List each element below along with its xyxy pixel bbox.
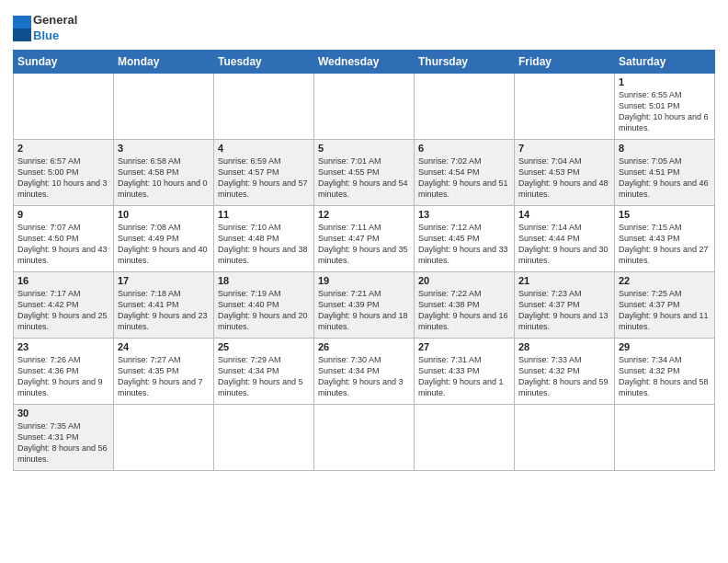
day-number: 18 (218, 275, 310, 286)
day-info: Sunrise: 7:01 AM Sunset: 4:55 PM Dayligh… (318, 155, 410, 201)
day-number: 16 (17, 275, 109, 286)
day-info: Sunrise: 7:31 AM Sunset: 4:33 PM Dayligh… (418, 354, 510, 399)
calendar-cell-6-1: 30Sunrise: 7:35 AM Sunset: 4:31 PM Dayli… (14, 404, 114, 470)
calendar-week-1: 1Sunrise: 6:55 AM Sunset: 5:01 PM Daylig… (14, 73, 715, 139)
col-header-tuesday: Tuesday (214, 50, 314, 73)
day-number: 4 (218, 143, 310, 154)
logo: General Blue (13, 13, 77, 44)
logo-general: General (33, 13, 77, 29)
calendar-cell-1-6 (515, 73, 615, 139)
day-number: 5 (318, 143, 410, 154)
day-number: 25 (218, 341, 310, 352)
day-number: 2 (17, 143, 109, 154)
day-number: 12 (318, 209, 410, 220)
calendar-cell-3-3: 11Sunrise: 7:10 AM Sunset: 4:48 PM Dayli… (214, 205, 314, 271)
day-number: 6 (418, 143, 510, 154)
day-info: Sunrise: 7:33 AM Sunset: 4:32 PM Dayligh… (518, 354, 610, 399)
calendar-cell-5-2: 24Sunrise: 7:27 AM Sunset: 4:35 PM Dayli… (114, 338, 214, 404)
calendar-week-6: 30Sunrise: 7:35 AM Sunset: 4:31 PM Dayli… (14, 404, 715, 470)
calendar-cell-2-7: 8Sunrise: 7:05 AM Sunset: 4:51 PM Daylig… (615, 139, 715, 205)
day-number: 14 (518, 209, 610, 220)
col-header-thursday: Thursday (415, 50, 515, 73)
calendar-cell-4-6: 21Sunrise: 7:23 AM Sunset: 4:37 PM Dayli… (515, 271, 615, 338)
day-info: Sunrise: 7:02 AM Sunset: 4:54 PM Dayligh… (418, 155, 510, 201)
day-number: 13 (418, 209, 510, 220)
calendar-cell-3-7: 15Sunrise: 7:15 AM Sunset: 4:43 PM Dayli… (615, 205, 715, 271)
calendar-cell-6-5 (415, 404, 515, 470)
day-info: Sunrise: 7:11 AM Sunset: 4:47 PM Dayligh… (318, 222, 410, 267)
calendar-cell-5-4: 26Sunrise: 7:30 AM Sunset: 4:34 PM Dayli… (314, 338, 415, 404)
day-info: Sunrise: 7:14 AM Sunset: 4:44 PM Dayligh… (518, 222, 610, 267)
day-info: Sunrise: 7:08 AM Sunset: 4:49 PM Dayligh… (118, 222, 210, 267)
calendar-cell-2-6: 7Sunrise: 7:04 AM Sunset: 4:53 PM Daylig… (515, 139, 615, 205)
calendar-cell-5-5: 27Sunrise: 7:31 AM Sunset: 4:33 PM Dayli… (415, 338, 515, 404)
day-number: 3 (118, 143, 210, 154)
header: General Blue (13, 9, 715, 44)
day-info: Sunrise: 7:25 AM Sunset: 4:37 PM Dayligh… (619, 288, 711, 333)
day-info: Sunrise: 7:29 AM Sunset: 4:34 PM Dayligh… (218, 354, 310, 399)
day-number: 9 (17, 209, 109, 220)
calendar-cell-4-5: 20Sunrise: 7:22 AM Sunset: 4:38 PM Dayli… (415, 271, 515, 338)
day-info: Sunrise: 6:58 AM Sunset: 4:58 PM Dayligh… (118, 155, 210, 201)
calendar-header-row: SundayMondayTuesdayWednesdayThursdayFrid… (14, 50, 715, 73)
day-info: Sunrise: 7:30 AM Sunset: 4:34 PM Dayligh… (318, 354, 410, 399)
day-number: 10 (118, 209, 210, 220)
calendar-cell-4-4: 19Sunrise: 7:21 AM Sunset: 4:39 PM Dayli… (314, 271, 415, 338)
col-header-friday: Friday (515, 50, 615, 73)
col-header-sunday: Sunday (14, 50, 114, 73)
calendar-cell-6-4 (314, 404, 415, 470)
day-number: 21 (518, 275, 610, 286)
day-info: Sunrise: 7:22 AM Sunset: 4:38 PM Dayligh… (418, 288, 510, 333)
day-info: Sunrise: 7:35 AM Sunset: 4:31 PM Dayligh… (17, 420, 109, 465)
day-info: Sunrise: 7:23 AM Sunset: 4:37 PM Dayligh… (518, 288, 610, 333)
calendar-cell-2-2: 3Sunrise: 6:58 AM Sunset: 4:58 PM Daylig… (114, 139, 214, 205)
calendar-cell-6-6 (515, 404, 615, 470)
calendar-cell-2-1: 2Sunrise: 6:57 AM Sunset: 5:00 PM Daylig… (14, 139, 114, 205)
day-number: 15 (619, 209, 711, 220)
calendar-cell-5-6: 28Sunrise: 7:33 AM Sunset: 4:32 PM Dayli… (515, 338, 615, 404)
svg-rect-1 (13, 29, 31, 41)
day-number: 20 (418, 275, 510, 286)
calendar-cell-4-1: 16Sunrise: 7:17 AM Sunset: 4:42 PM Dayli… (14, 271, 114, 338)
page: General Blue SundayMondayTuesdayWednesda… (0, 0, 728, 480)
calendar-cell-3-6: 14Sunrise: 7:14 AM Sunset: 4:44 PM Dayli… (515, 205, 615, 271)
calendar-cell-3-5: 13Sunrise: 7:12 AM Sunset: 4:45 PM Dayli… (415, 205, 515, 271)
day-info: Sunrise: 7:17 AM Sunset: 4:42 PM Dayligh… (17, 288, 109, 333)
calendar-cell-2-5: 6Sunrise: 7:02 AM Sunset: 4:54 PM Daylig… (415, 139, 515, 205)
calendar-cell-1-4 (314, 73, 415, 139)
day-info: Sunrise: 7:27 AM Sunset: 4:35 PM Dayligh… (118, 354, 210, 399)
day-number: 1 (619, 76, 711, 87)
calendar-cell-1-7: 1Sunrise: 6:55 AM Sunset: 5:01 PM Daylig… (615, 73, 715, 139)
calendar-cell-5-3: 25Sunrise: 7:29 AM Sunset: 4:34 PM Dayli… (214, 338, 314, 404)
calendar-cell-6-3 (214, 404, 314, 470)
col-header-wednesday: Wednesday (314, 50, 415, 73)
svg-rect-0 (13, 16, 31, 29)
calendar: SundayMondayTuesdayWednesdayThursdayFrid… (13, 50, 715, 471)
logo-text: General Blue (33, 13, 77, 44)
day-info: Sunrise: 7:05 AM Sunset: 4:51 PM Dayligh… (619, 155, 711, 201)
day-info: Sunrise: 7:18 AM Sunset: 4:41 PM Dayligh… (118, 288, 210, 333)
day-info: Sunrise: 6:57 AM Sunset: 5:00 PM Dayligh… (17, 155, 109, 201)
day-info: Sunrise: 6:59 AM Sunset: 4:57 PM Dayligh… (218, 155, 310, 201)
day-number: 27 (418, 341, 510, 352)
logo-blue: Blue (33, 29, 77, 44)
day-number: 7 (518, 143, 610, 154)
day-info: Sunrise: 7:26 AM Sunset: 4:36 PM Dayligh… (17, 354, 109, 399)
day-number: 26 (318, 341, 410, 352)
calendar-week-5: 23Sunrise: 7:26 AM Sunset: 4:36 PM Dayli… (14, 338, 715, 404)
col-header-monday: Monday (114, 50, 214, 73)
day-number: 8 (619, 143, 711, 154)
calendar-week-3: 9Sunrise: 7:07 AM Sunset: 4:50 PM Daylig… (14, 205, 715, 271)
day-number: 17 (118, 275, 210, 286)
day-info: Sunrise: 6:55 AM Sunset: 5:01 PM Dayligh… (619, 89, 711, 134)
day-number: 23 (17, 341, 109, 352)
calendar-cell-4-2: 17Sunrise: 7:18 AM Sunset: 4:41 PM Dayli… (114, 271, 214, 338)
calendar-cell-1-2 (114, 73, 214, 139)
calendar-cell-1-1 (14, 73, 114, 139)
day-number: 22 (619, 275, 711, 286)
day-info: Sunrise: 7:15 AM Sunset: 4:43 PM Dayligh… (619, 222, 711, 267)
day-number: 24 (118, 341, 210, 352)
calendar-cell-5-7: 29Sunrise: 7:34 AM Sunset: 4:32 PM Dayli… (615, 338, 715, 404)
day-number: 19 (318, 275, 410, 286)
calendar-cell-3-1: 9Sunrise: 7:07 AM Sunset: 4:50 PM Daylig… (14, 205, 114, 271)
